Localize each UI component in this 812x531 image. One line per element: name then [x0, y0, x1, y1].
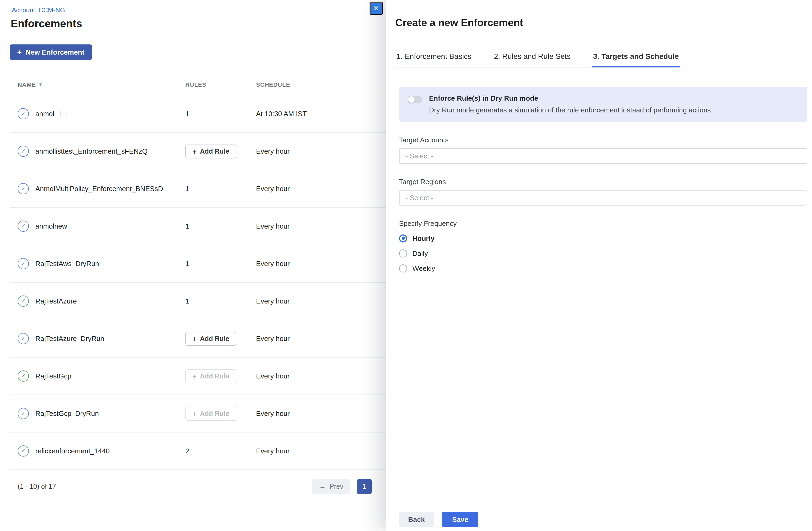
panel-body: Enforce Rule(s) in Dry Run mode Dry Run …	[386, 68, 812, 512]
table-row[interactable]: ✓ AnmolMultiPolicy_Enforcement_BNESsD 1 …	[10, 170, 386, 208]
frequency-option-weekly[interactable]: Weekly	[399, 264, 435, 272]
tab-targets-and-schedule[interactable]: 3. Targets and Schedule	[592, 52, 680, 68]
back-button[interactable]: Back	[399, 512, 434, 527]
prev-page-button[interactable]: ← Prev	[312, 479, 350, 494]
name-cell: ✓ RajTestGcp	[18, 370, 185, 382]
target-regions-label: Target Regions	[399, 178, 807, 186]
table-row[interactable]: ✓ anmolnew 1 + Every hour	[10, 208, 386, 245]
name-cell: ✓ RajTestGcp_DryRun	[18, 408, 185, 419]
radio-icon	[399, 234, 407, 242]
rules-cell: 2 +	[185, 447, 256, 455]
rules-cell: 1 +	[185, 185, 256, 193]
arrow-left-icon: ←	[319, 483, 326, 490]
account-breadcrumb[interactable]: Account: CCM-NG	[12, 6, 65, 14]
tab-rules-and-rule-sets[interactable]: 2. Rules and Rule Sets	[493, 52, 571, 68]
plus-icon: +	[192, 372, 197, 380]
rules-count: 1	[185, 110, 189, 118]
add-rule-button[interactable]: +Add Rule	[185, 407, 236, 421]
table-row[interactable]: ✓ RajTestGcp +Add Rule Every hour	[10, 357, 386, 395]
screen: Account: CCM-NG Enforcements + New Enfor…	[0, 0, 812, 531]
rules-count: 1	[185, 297, 189, 305]
target-regions-select[interactable]: - Select -	[399, 190, 807, 206]
name-cell: ✓ anmollisttest_Enforcement_sFENzQ	[18, 146, 185, 157]
column-name-label: NAME	[18, 81, 36, 88]
name-cell: ✓ RajTestAzure_DryRun	[18, 333, 185, 344]
target-accounts-label: Target Accounts	[399, 136, 807, 144]
enforcement-name: RajTestAzure_DryRun	[35, 335, 104, 343]
radio-icon	[399, 264, 407, 272]
create-enforcement-panel: Create a new Enforcement 1. Enforcement …	[386, 0, 812, 531]
rules-count: 1	[185, 185, 189, 193]
plus-icon: +	[192, 147, 197, 155]
check-circle-icon: ✓	[18, 370, 29, 382]
table-row[interactable]: ✓ anmollisttest_Enforcement_sFENzQ +Add …	[10, 133, 386, 170]
table-row[interactable]: ✓ relicxenforcement_1440 2 + Every hour	[10, 432, 386, 470]
column-rules: RULES	[185, 81, 256, 88]
frequency-option-daily[interactable]: Daily	[399, 249, 428, 257]
add-rule-button[interactable]: +Add Rule	[185, 369, 236, 383]
dry-run-description: Dry Run mode generates a simulation of t…	[429, 106, 711, 114]
add-rule-label: Add Rule	[200, 410, 229, 417]
panel-footer: Back Save	[386, 512, 812, 531]
schedule-cell: Every hour	[256, 185, 386, 193]
rules-cell: +Add Rule	[185, 407, 256, 421]
name-cell: ✓ anmolnew	[18, 221, 185, 232]
add-rule-button[interactable]: +Add Rule	[185, 331, 236, 345]
enforcement-name: RajTestGcp	[35, 372, 71, 380]
table-row[interactable]: ✓ RajTestAws_DryRun 1 + Every hour	[10, 245, 386, 283]
schedule-cell: Every hour	[256, 335, 386, 343]
name-cell: ✓ AnmolMultiPolicy_Enforcement_BNESsD	[18, 183, 185, 194]
new-enforcement-button[interactable]: + New Enforcement	[10, 44, 92, 60]
add-rule-button[interactable]: +Add Rule	[185, 144, 236, 158]
enforcement-name: RajTestGcp_DryRun	[35, 410, 99, 417]
enforcement-name: relicxenforcement_1440	[35, 447, 110, 455]
table-row[interactable]: ✓ RajTestAzure_DryRun +Add Rule Every ho…	[10, 320, 386, 357]
name-cell: ✓ relicxenforcement_1440	[18, 445, 185, 457]
sort-caret-icon[interactable]: ▾	[39, 82, 42, 87]
schedule-cell: Every hour	[256, 410, 386, 417]
pagination: (1 - 10) of 17 ← Prev 1	[10, 479, 386, 494]
dry-run-toggle[interactable]	[408, 96, 422, 103]
frequency-option-label: Daily	[412, 249, 428, 257]
save-button[interactable]: Save	[442, 512, 479, 527]
target-accounts-select[interactable]: - Select -	[399, 148, 807, 164]
panel-tabs: 1. Enforcement Basics 2. Rules and Rule …	[395, 52, 680, 68]
check-circle-icon: ✓	[18, 183, 29, 194]
name-cell: ✓ RajTestAzure	[18, 295, 185, 307]
rules-count: 2	[185, 447, 189, 455]
add-rule-label: Add Rule	[200, 372, 229, 380]
column-name[interactable]: NAME ▾	[18, 81, 185, 88]
copy-icon[interactable]	[61, 110, 67, 117]
rules-cell: +Add Rule	[185, 369, 256, 383]
rules-cell: 1 +	[185, 260, 256, 268]
table-row[interactable]: ✓ RajTestGcp_DryRun +Add Rule Every hour	[10, 395, 386, 432]
dry-run-title: Enforce Rule(s) in Dry Run mode	[429, 94, 711, 102]
check-circle-icon: ✓	[18, 221, 29, 232]
check-circle-icon: ✓	[18, 408, 29, 419]
schedule-cell: At 10:30 AM IST	[256, 110, 386, 118]
enforcement-name: anmolnew	[35, 222, 67, 230]
column-schedule: SCHEDULE	[256, 81, 386, 88]
page-1-button[interactable]: 1	[357, 479, 372, 494]
plus-icon: +	[192, 335, 197, 342]
schedule-cell: Every hour	[256, 222, 386, 230]
table-row[interactable]: ✓ anmol 1 + At 10:30 AM IST	[10, 95, 386, 133]
enforcement-name: anmol	[35, 110, 54, 118]
check-circle-icon: ✓	[18, 333, 29, 344]
schedule-cell: Every hour	[256, 447, 386, 455]
check-circle-icon: ✓	[18, 146, 29, 157]
rules-count: 1	[185, 222, 189, 230]
add-rule-label: Add Rule	[200, 335, 229, 342]
enforcement-name: RajTestAws_DryRun	[35, 260, 99, 268]
check-circle-icon: ✓	[18, 295, 29, 307]
tab-enforcement-basics[interactable]: 1. Enforcement Basics	[395, 52, 473, 68]
plus-icon: +	[17, 48, 22, 56]
close-panel-button[interactable]: ✕	[369, 2, 383, 15]
table-header: NAME ▾ RULES SCHEDULE	[10, 74, 386, 95]
table-row[interactable]: ✓ RajTestAzure 1 + Every hour	[10, 283, 386, 320]
schedule-cell: Every hour	[256, 297, 386, 305]
frequency-option-hourly[interactable]: Hourly	[399, 234, 434, 242]
check-circle-icon: ✓	[18, 445, 29, 457]
rules-cell: 1 +	[185, 222, 256, 230]
check-circle-icon: ✓	[18, 108, 29, 119]
